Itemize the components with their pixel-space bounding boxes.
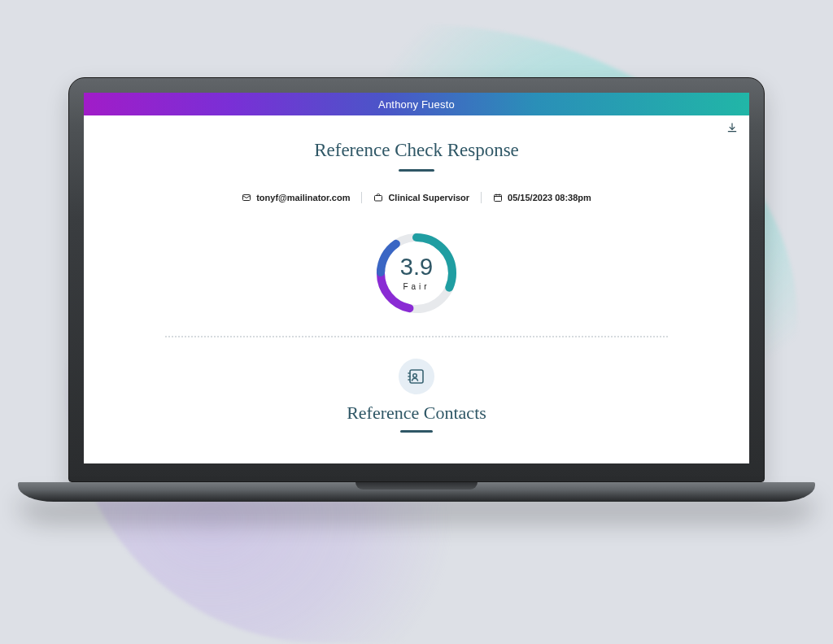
gauge-center: 3.9 Fair [372, 228, 461, 318]
page-content: Reference Check Response tonyf@mailinato… [84, 135, 749, 433]
meta-datetime: 05/15/2023 08:38pm [482, 193, 603, 202]
section-divider [165, 336, 668, 337]
svg-rect-1 [375, 196, 382, 202]
meta-role-text: Clinical Supervisor [388, 193, 469, 202]
laptop-lid: Anthony Fuesto Reference Check Response … [68, 77, 765, 482]
score-label: Fair [403, 282, 430, 291]
score-value: 3.9 [400, 255, 433, 279]
score-gauge: 3.9 Fair [372, 228, 461, 318]
meta-email-text: tonyf@mailinator.com [256, 193, 350, 202]
toolbar [84, 115, 749, 135]
svg-rect-2 [495, 195, 502, 202]
mail-icon [242, 193, 251, 202]
laptop-mockup: Anthony Fuesto Reference Check Response … [68, 77, 765, 502]
meta-role: Clinical Supervisor [362, 193, 481, 202]
download-icon [726, 122, 738, 133]
candidate-name: Anthony Fuesto [378, 98, 455, 111]
meta-email: tonyf@mailinator.com [230, 193, 361, 202]
meta-row: tonyf@mailinator.com Clinical Supervisor… [230, 192, 603, 203]
contacts-badge [399, 359, 434, 394]
briefcase-icon [373, 193, 383, 202]
section-title-contacts: Reference Contacts [116, 402, 717, 424]
meta-datetime-text: 05/15/2023 08:38pm [508, 193, 591, 202]
title-underline [399, 169, 434, 172]
calendar-icon [493, 193, 503, 202]
app-screen: Anthony Fuesto Reference Check Response … [84, 93, 749, 463]
svg-point-8 [413, 374, 416, 377]
download-button[interactable] [725, 120, 739, 135]
laptop-base [18, 482, 815, 502]
contact-card-icon [407, 367, 426, 386]
app-header-bar: Anthony Fuesto [84, 93, 749, 115]
page-title: Reference Check Response [116, 140, 717, 161]
section-underline [400, 430, 433, 433]
